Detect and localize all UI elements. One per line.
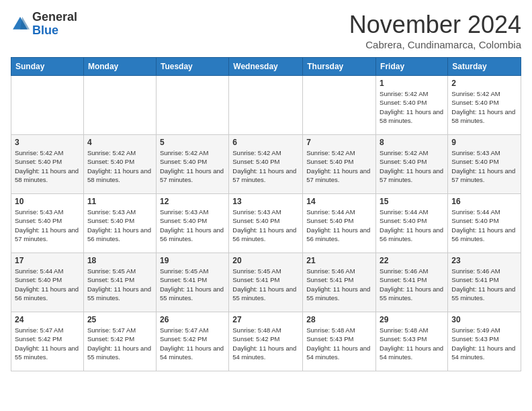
day-info: Sunrise: 5:45 AM Sunset: 5:41 PM Dayligh… bbox=[87, 267, 152, 302]
day-info: Sunrise: 5:46 AM Sunset: 5:41 PM Dayligh… bbox=[380, 267, 444, 302]
day-info: Sunrise: 5:47 AM Sunset: 5:42 PM Dayligh… bbox=[87, 326, 152, 361]
day-cell: 12Sunrise: 5:43 AM Sunset: 5:40 PM Dayli… bbox=[156, 194, 228, 253]
day-cell: 30Sunrise: 5:49 AM Sunset: 5:43 PM Dayli… bbox=[448, 312, 521, 371]
day-number: 27 bbox=[232, 315, 299, 324]
day-info: Sunrise: 5:44 AM Sunset: 5:40 PM Dayligh… bbox=[380, 208, 444, 243]
day-info: Sunrise: 5:44 AM Sunset: 5:40 PM Dayligh… bbox=[15, 267, 80, 302]
day-cell bbox=[229, 76, 303, 135]
day-info: Sunrise: 5:47 AM Sunset: 5:42 PM Dayligh… bbox=[160, 326, 225, 361]
week-row-5: 24Sunrise: 5:47 AM Sunset: 5:42 PM Dayli… bbox=[11, 312, 521, 371]
day-number: 25 bbox=[87, 315, 152, 324]
week-row-4: 17Sunrise: 5:44 AM Sunset: 5:40 PM Dayli… bbox=[11, 253, 521, 312]
day-info: Sunrise: 5:42 AM Sunset: 5:40 PM Dayligh… bbox=[160, 148, 225, 184]
weekday-header-friday: Friday bbox=[376, 58, 448, 76]
day-cell: 13Sunrise: 5:43 AM Sunset: 5:40 PM Dayli… bbox=[229, 194, 303, 253]
day-info: Sunrise: 5:43 AM Sunset: 5:40 PM Dayligh… bbox=[232, 208, 299, 243]
day-info: Sunrise: 5:45 AM Sunset: 5:41 PM Dayligh… bbox=[160, 267, 225, 302]
day-cell: 10Sunrise: 5:43 AM Sunset: 5:40 PM Dayli… bbox=[11, 194, 84, 253]
day-cell: 23Sunrise: 5:46 AM Sunset: 5:41 PM Dayli… bbox=[448, 253, 521, 312]
day-info: Sunrise: 5:47 AM Sunset: 5:42 PM Dayligh… bbox=[15, 326, 80, 361]
day-info: Sunrise: 5:46 AM Sunset: 5:41 PM Dayligh… bbox=[306, 267, 372, 302]
day-info: Sunrise: 5:43 AM Sunset: 5:40 PM Dayligh… bbox=[160, 208, 225, 243]
weekday-header-sunday: Sunday bbox=[11, 58, 84, 76]
day-info: Sunrise: 5:45 AM Sunset: 5:41 PM Dayligh… bbox=[232, 267, 299, 302]
day-info: Sunrise: 5:42 AM Sunset: 5:40 PM Dayligh… bbox=[380, 89, 444, 125]
day-number: 26 bbox=[160, 315, 225, 324]
day-number: 4 bbox=[87, 138, 152, 147]
day-number: 30 bbox=[451, 315, 517, 324]
day-number: 22 bbox=[380, 256, 444, 265]
day-number: 1 bbox=[380, 79, 444, 88]
day-cell: 7Sunrise: 5:42 AM Sunset: 5:40 PM Daylig… bbox=[303, 135, 376, 194]
day-cell: 18Sunrise: 5:45 AM Sunset: 5:41 PM Dayli… bbox=[83, 253, 156, 312]
day-info: Sunrise: 5:42 AM Sunset: 5:40 PM Dayligh… bbox=[87, 148, 152, 184]
logo: General Blue bbox=[11, 11, 77, 38]
day-cell: 16Sunrise: 5:44 AM Sunset: 5:40 PM Dayli… bbox=[448, 194, 521, 253]
day-number: 29 bbox=[380, 315, 444, 324]
day-info: Sunrise: 5:42 AM Sunset: 5:40 PM Dayligh… bbox=[380, 148, 444, 184]
weekday-header-tuesday: Tuesday bbox=[156, 58, 228, 76]
day-number: 3 bbox=[15, 138, 80, 147]
day-number: 20 bbox=[232, 256, 299, 265]
day-info: Sunrise: 5:48 AM Sunset: 5:43 PM Dayligh… bbox=[306, 326, 372, 361]
day-cell bbox=[83, 76, 156, 135]
day-number: 9 bbox=[451, 138, 517, 147]
day-cell: 25Sunrise: 5:47 AM Sunset: 5:42 PM Dayli… bbox=[83, 312, 156, 371]
day-number: 2 bbox=[451, 79, 517, 88]
day-number: 6 bbox=[232, 138, 299, 147]
day-info: Sunrise: 5:48 AM Sunset: 5:43 PM Dayligh… bbox=[380, 326, 444, 361]
day-number: 8 bbox=[380, 138, 444, 147]
day-cell: 2Sunrise: 5:42 AM Sunset: 5:40 PM Daylig… bbox=[448, 76, 521, 135]
day-number: 12 bbox=[160, 197, 225, 206]
month-title: November 2024 bbox=[349, 11, 521, 39]
day-number: 13 bbox=[232, 197, 299, 206]
day-cell: 17Sunrise: 5:44 AM Sunset: 5:40 PM Dayli… bbox=[11, 253, 84, 312]
logo-text: General Blue bbox=[32, 11, 77, 38]
day-cell: 3Sunrise: 5:42 AM Sunset: 5:40 PM Daylig… bbox=[11, 135, 84, 194]
day-cell: 27Sunrise: 5:48 AM Sunset: 5:42 PM Dayli… bbox=[229, 312, 303, 371]
day-info: Sunrise: 5:43 AM Sunset: 5:40 PM Dayligh… bbox=[87, 208, 152, 243]
day-number: 17 bbox=[15, 256, 80, 265]
day-number: 14 bbox=[306, 197, 372, 206]
day-cell: 20Sunrise: 5:45 AM Sunset: 5:41 PM Dayli… bbox=[229, 253, 303, 312]
day-info: Sunrise: 5:42 AM Sunset: 5:40 PM Dayligh… bbox=[15, 148, 80, 184]
weekday-header-monday: Monday bbox=[83, 58, 156, 76]
day-cell: 19Sunrise: 5:45 AM Sunset: 5:41 PM Dayli… bbox=[156, 253, 228, 312]
day-number: 15 bbox=[380, 197, 444, 206]
svg-marker-1 bbox=[20, 17, 30, 30]
weekday-header-wednesday: Wednesday bbox=[229, 58, 303, 76]
week-row-2: 3Sunrise: 5:42 AM Sunset: 5:40 PM Daylig… bbox=[11, 135, 521, 194]
day-cell: 8Sunrise: 5:42 AM Sunset: 5:40 PM Daylig… bbox=[376, 135, 448, 194]
day-number: 21 bbox=[306, 256, 372, 265]
day-info: Sunrise: 5:42 AM Sunset: 5:40 PM Dayligh… bbox=[306, 148, 372, 184]
day-number: 16 bbox=[451, 197, 517, 206]
day-cell: 6Sunrise: 5:42 AM Sunset: 5:40 PM Daylig… bbox=[229, 135, 303, 194]
week-row-3: 10Sunrise: 5:43 AM Sunset: 5:40 PM Dayli… bbox=[11, 194, 521, 253]
day-info: Sunrise: 5:44 AM Sunset: 5:40 PM Dayligh… bbox=[306, 208, 372, 243]
day-cell bbox=[156, 76, 228, 135]
day-info: Sunrise: 5:48 AM Sunset: 5:42 PM Dayligh… bbox=[232, 326, 299, 361]
page-header: General Blue November 2024 Cabrera, Cund… bbox=[11, 11, 521, 50]
day-cell: 22Sunrise: 5:46 AM Sunset: 5:41 PM Dayli… bbox=[376, 253, 448, 312]
day-info: Sunrise: 5:46 AM Sunset: 5:41 PM Dayligh… bbox=[451, 267, 517, 302]
day-cell: 14Sunrise: 5:44 AM Sunset: 5:40 PM Dayli… bbox=[303, 194, 376, 253]
day-info: Sunrise: 5:42 AM Sunset: 5:40 PM Dayligh… bbox=[451, 89, 517, 125]
day-cell: 28Sunrise: 5:48 AM Sunset: 5:43 PM Dayli… bbox=[303, 312, 376, 371]
day-info: Sunrise: 5:49 AM Sunset: 5:43 PM Dayligh… bbox=[451, 326, 517, 361]
day-info: Sunrise: 5:43 AM Sunset: 5:40 PM Dayligh… bbox=[15, 208, 80, 243]
day-cell: 11Sunrise: 5:43 AM Sunset: 5:40 PM Dayli… bbox=[83, 194, 156, 253]
location-title: Cabrera, Cundinamarca, Colombia bbox=[349, 39, 521, 50]
day-number: 18 bbox=[87, 256, 152, 265]
day-number: 5 bbox=[160, 138, 225, 147]
week-row-1: 1Sunrise: 5:42 AM Sunset: 5:40 PM Daylig… bbox=[11, 76, 521, 135]
day-info: Sunrise: 5:44 AM Sunset: 5:40 PM Dayligh… bbox=[451, 208, 517, 243]
day-cell: 4Sunrise: 5:42 AM Sunset: 5:40 PM Daylig… bbox=[83, 135, 156, 194]
day-number: 28 bbox=[306, 315, 372, 324]
weekday-header-row: SundayMondayTuesdayWednesdayThursdayFrid… bbox=[11, 58, 521, 76]
day-cell: 15Sunrise: 5:44 AM Sunset: 5:40 PM Dayli… bbox=[376, 194, 448, 253]
day-number: 7 bbox=[306, 138, 372, 147]
weekday-header-thursday: Thursday bbox=[303, 58, 376, 76]
day-info: Sunrise: 5:43 AM Sunset: 5:40 PM Dayligh… bbox=[451, 148, 517, 184]
day-number: 19 bbox=[160, 256, 225, 265]
day-number: 24 bbox=[15, 315, 80, 324]
